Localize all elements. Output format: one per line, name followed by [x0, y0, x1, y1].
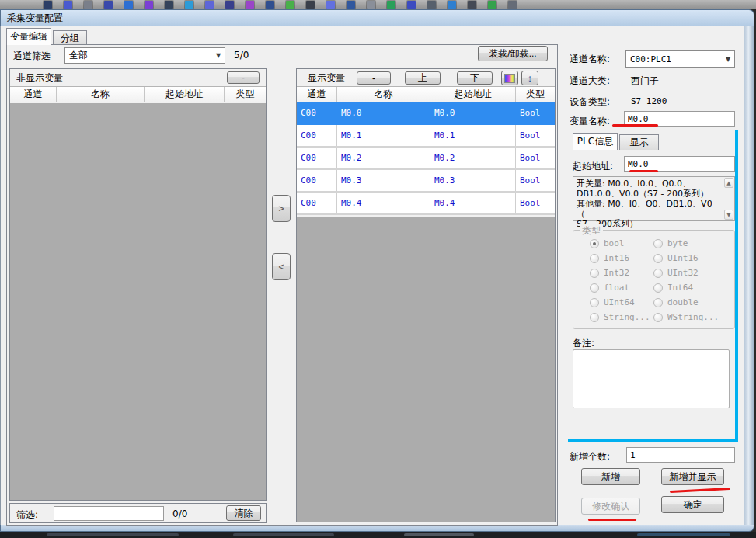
dialog-titlebar[interactable]: 采集变量配置	[0, 9, 754, 26]
cell-name: M0.2	[337, 148, 430, 168]
annotation-underline-variable-name	[612, 124, 658, 127]
column-type[interactable]: 类型	[225, 87, 266, 102]
cell-type: Bool	[516, 193, 555, 213]
toolbar-fragment-icon	[387, 1, 395, 9]
column-channel[interactable]: 通道	[10, 87, 57, 102]
radio-wstring[interactable]: WString...	[653, 312, 719, 322]
tab-plc-info[interactable]: PLC信息	[573, 133, 618, 150]
channel-class-value: 西门子	[631, 75, 659, 88]
tab-variable-edit[interactable]: 变量编辑	[6, 28, 51, 45]
hidden-table-body-empty[interactable]	[10, 103, 266, 500]
radio-uint32[interactable]: UInt32	[653, 268, 699, 278]
hint-line: 其他量: M0、I0、Q0、DB1.0、V0（	[577, 199, 720, 219]
table-row[interactable]: C00 M0.3 M0.3 Bool	[297, 170, 555, 193]
toolbar-fragment-icon	[347, 1, 355, 9]
displayed-table-body-empty[interactable]	[297, 217, 555, 522]
toolbar-fragment-icon	[468, 1, 476, 9]
background-window-fragment	[0, 532, 756, 538]
radio-uint16[interactable]: UInt16	[653, 253, 699, 263]
hint-line: DB1.0.0、V0.0（S7 - 200系列）	[577, 189, 720, 199]
cell-channel: C00	[297, 148, 337, 168]
add-and-show-button[interactable]: 新增并显示	[661, 468, 724, 485]
radio-int32[interactable]: Int32	[590, 268, 629, 278]
load-unload-button[interactable]: 装载/卸载...	[478, 46, 548, 61]
channel-filter-label: 通道筛选	[13, 50, 51, 63]
table-row[interactable]: C00 M0.2 M0.2 Bool	[297, 148, 555, 170]
channel-class-label: 通道大类:	[570, 75, 610, 88]
displayed-remove-button[interactable]: -	[357, 71, 391, 85]
radio-bool[interactable]: bool	[590, 238, 625, 248]
hidden-variables-panel: 非显示变量 - 通道 名称 起始地址 类型	[9, 68, 267, 501]
clear-filter-button[interactable]: 清除	[226, 505, 261, 521]
cell-channel: C00	[297, 102, 337, 123]
radio-icon	[590, 269, 599, 278]
move-right-button[interactable]: >	[272, 195, 291, 222]
toolbar-fragment-icon	[326, 1, 335, 9]
rainbow-icon	[504, 74, 515, 83]
annotation-bracket-horizontal	[568, 439, 738, 442]
toolbar-fragment-icon	[225, 1, 234, 9]
annotation-bracket-vertical	[735, 130, 738, 442]
tab-grouping[interactable]: 分组	[53, 30, 87, 45]
move-up-button[interactable]: 上	[405, 71, 441, 85]
radio-string[interactable]: String...	[590, 312, 650, 322]
move-left-button[interactable]: <	[272, 253, 291, 280]
column-type[interactable]: 类型	[516, 87, 555, 102]
tab-display-label: 显示	[630, 136, 649, 149]
radio-uint64[interactable]: UInt64	[590, 297, 635, 307]
annotation-underline-modify-confirm	[588, 519, 636, 521]
hint-scrollbar[interactable]: ▲ ▼	[723, 178, 733, 220]
table-row[interactable]: C00 M0.0 M0.0 Bool	[297, 102, 555, 125]
filter-input[interactable]	[54, 506, 164, 521]
cell-address: M0.2	[430, 148, 516, 168]
radio-int64[interactable]: Int64	[653, 283, 693, 293]
table-row[interactable]: C00 M0.4 M0.4 Bool	[297, 193, 555, 215]
table-row[interactable]: C00 M0.1 M0.1 Bool	[297, 125, 555, 148]
color-spectrum-button[interactable]	[501, 71, 518, 85]
scroll-up-icon[interactable]: ▲	[724, 178, 733, 188]
column-start-address[interactable]: 起始地址	[145, 87, 225, 102]
expand-rows-button[interactable]: ↕	[521, 71, 538, 85]
tab-display[interactable]: 显示	[619, 134, 659, 150]
scroll-down-icon[interactable]: ▼	[724, 210, 733, 220]
add-button[interactable]: 新增	[581, 468, 640, 485]
start-address-label: 起始地址:	[573, 160, 613, 173]
remark-textarea[interactable]	[573, 349, 730, 408]
variable-name-label: 变量名称:	[570, 115, 610, 128]
radio-icon	[590, 239, 599, 248]
column-channel[interactable]: 通道	[297, 87, 337, 102]
channel-name-dropdown[interactable]: C00:PLC1 ▼	[625, 50, 735, 68]
add-count-input[interactable]	[626, 447, 735, 463]
modify-confirm-button[interactable]: 修改确认	[581, 498, 640, 515]
toolbar-fragment-icon	[145, 1, 153, 9]
move-down-button[interactable]: 下	[457, 71, 493, 85]
radio-double[interactable]: double	[653, 297, 699, 307]
radio-int16[interactable]: Int16	[590, 253, 629, 263]
column-start-address[interactable]: 起始地址	[430, 87, 516, 102]
radio-icon	[653, 254, 663, 263]
remark-label: 备注:	[573, 337, 594, 350]
device-type-label: 设备类型:	[570, 95, 610, 109]
column-name[interactable]: 名称	[337, 87, 430, 102]
channel-filter-dropdown[interactable]: 全部 ▼	[64, 47, 225, 64]
column-name[interactable]: 名称	[57, 87, 145, 102]
channel-name-label: 通道名称:	[570, 53, 610, 66]
cell-address: M0.1	[430, 125, 516, 146]
cell-address: M0.3	[430, 170, 516, 191]
toolbar-fragment-icon	[448, 1, 456, 9]
radio-float[interactable]: float	[590, 283, 629, 293]
start-address-input[interactable]	[624, 156, 735, 172]
cell-channel: C00	[297, 170, 337, 191]
radio-byte[interactable]: byte	[653, 238, 688, 248]
radio-icon	[653, 283, 663, 293]
hidden-remove-button[interactable]: -	[227, 71, 260, 84]
filter-label: 筛选:	[16, 508, 38, 522]
radio-icon	[590, 283, 599, 293]
hint-line: 开关量: M0.0、I0.0、Q0.0、	[577, 179, 720, 189]
window-border-right	[744, 26, 754, 526]
cell-type: Bool	[516, 125, 555, 146]
ok-button[interactable]: 确定	[661, 496, 724, 513]
toolbar-fragment-icon	[367, 1, 375, 9]
add-count-label: 新增个数:	[570, 450, 610, 463]
toolbar-fragment-icon	[508, 1, 517, 9]
